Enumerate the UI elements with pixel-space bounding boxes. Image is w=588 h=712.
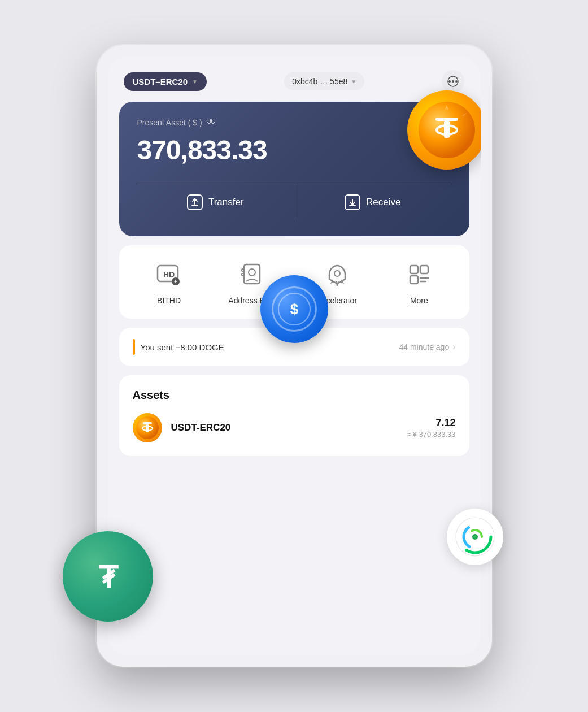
svg-rect-27 [242, 269, 245, 271]
svg-rect-28 [242, 273, 245, 276]
asset-value: 7.12 ≈ ¥ 370,833.33 [407, 417, 456, 439]
address-chevron-icon: ▼ [351, 79, 356, 85]
download-icon [349, 198, 356, 206]
hd-icon: HD [155, 261, 182, 288]
svg-text:HD: HD [163, 270, 175, 279]
usdt-large-coin [407, 90, 481, 170]
asset-label: Present Asset ( $ ) 👁 [137, 118, 451, 128]
ontology-logo [455, 516, 495, 557]
svg-point-5 [472, 534, 478, 540]
action-buttons: Transfer Receive [137, 184, 451, 220]
transfer-icon [187, 194, 203, 210]
ontology-coin [447, 509, 503, 565]
eye-icon[interactable]: 👁 [207, 118, 216, 128]
token-name: USDT–ERC20 [133, 77, 188, 86]
asset-row[interactable]: USDT-ERC20 7.12 ≈ ¥ 370,833.33 [133, 413, 456, 442]
token-chevron-icon: ▼ [192, 79, 198, 85]
transfer-label: Transfer [208, 197, 244, 208]
svg-point-6 [448, 80, 451, 83]
more-icon [403, 259, 435, 290]
quick-action-bithd[interactable]: HD BITHD [146, 259, 191, 305]
svg-rect-31 [420, 266, 428, 273]
svg-point-26 [249, 269, 255, 276]
dots-icon [447, 75, 459, 88]
more-label: More [410, 296, 428, 305]
accelerator-icon [321, 259, 353, 290]
address-text: 0xbc4b … 55e8 [292, 77, 347, 86]
svg-text:$: $ [290, 301, 298, 318]
asset-token-icon [133, 413, 162, 442]
svg-rect-32 [410, 276, 418, 284]
address-selector[interactable]: 0xbc4b … 55e8 ▼ [284, 72, 364, 90]
rocket-icon [324, 261, 351, 288]
svg-rect-21 [349, 205, 356, 206]
usdt-small-coin [136, 416, 159, 439]
svg-rect-30 [410, 266, 418, 273]
usdc-coin: $ [260, 275, 328, 343]
asset-label-text: Present Asset ( $ ) [137, 118, 202, 127]
phone-screen: USDT–ERC20 ▼ 0xbc4b … 55e8 ▼ [108, 57, 481, 655]
token-selector[interactable]: USDT–ERC20 ▼ [124, 72, 207, 91]
asset-card: Present Asset ( $ ) 👁 All Assets 370,833… [119, 102, 469, 236]
transaction-text: You sent −8.00 DOGE [141, 342, 224, 352]
svg-rect-11 [435, 118, 458, 121]
svg-text:₮: ₮ [98, 561, 118, 594]
tx-time-text: 44 minute ago [399, 342, 449, 351]
assets-title: Assets [133, 389, 456, 402]
transaction-left: You sent −8.00 DOGE [133, 339, 224, 355]
address-book-svg [239, 261, 267, 288]
svg-rect-20 [191, 205, 198, 206]
quick-actions-card: HD BITHD Ad [119, 245, 469, 319]
address-book-icon [237, 259, 269, 290]
tether-coin: ₮ [63, 531, 153, 622]
transaction-time: 44 minute ago › [399, 342, 455, 352]
usdc-logo: $ [277, 292, 311, 326]
asset-fiat: ≈ ¥ 370,833.33 [407, 430, 456, 439]
tx-indicator [133, 339, 135, 355]
bithd-icon: HD [153, 259, 185, 290]
asset-name: USDT-ERC20 [171, 422, 398, 433]
asset-amount-num: 7.12 [407, 417, 456, 429]
usdc-inner: $ [272, 286, 317, 332]
asset-amount: 370,833.33 [137, 134, 451, 166]
tx-arrow-icon: › [452, 342, 455, 352]
svg-point-29 [334, 271, 340, 276]
svg-rect-38 [143, 422, 152, 424]
usdt-coin-logo [419, 102, 475, 158]
menu-button[interactable] [442, 70, 464, 93]
bithd-label: BITHD [157, 296, 181, 305]
receive-button[interactable]: Receive [294, 184, 451, 220]
header-bar: USDT–ERC20 ▼ 0xbc4b … 55e8 ▼ [108, 57, 481, 102]
tether-logo: ₮ [85, 554, 130, 599]
transfer-button[interactable]: Transfer [137, 184, 295, 220]
svg-point-7 [452, 80, 454, 83]
phone-container: ₮ USDT–ERC20 ▼ 0xbc4b … 55e8 ▼ [97, 45, 492, 667]
quick-action-more[interactable]: More [397, 259, 442, 305]
receive-label: Receive [366, 197, 400, 208]
receive-icon [345, 194, 360, 210]
upload-icon [191, 198, 199, 206]
svg-point-8 [455, 80, 458, 83]
grid-icon [406, 261, 433, 288]
assets-section: Assets [119, 375, 469, 456]
